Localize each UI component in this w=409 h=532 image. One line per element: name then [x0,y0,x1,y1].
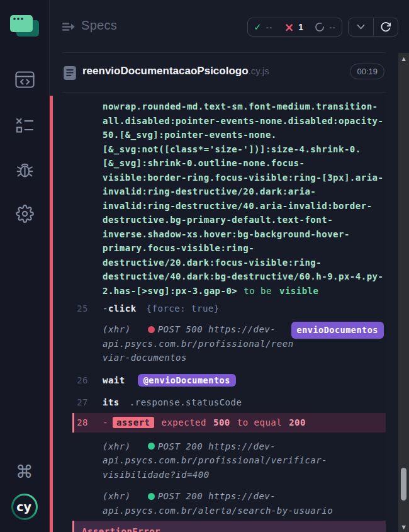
xhr-label: (xhr) [103,489,131,504]
spec-file-icon [63,65,77,81]
assertion-tail: 2.has-[>svg]:px-3.gap-0>to bevisible [53,284,386,298]
scrollbar-thumb[interactable] [401,468,406,501]
scrollbar-up-arrow-icon[interactable]: ▲ [398,54,409,63]
spec-file-row[interactable]: reenvioDocumentacaoPsicologo.cy.js 00:19 [50,60,409,88]
passed-count: -- [266,23,273,32]
failed-count: 1 [298,22,303,32]
header-divider [62,52,386,53]
xhr-url: https://dev- [208,322,276,337]
assertion-error-label: AssertionError [82,526,160,532]
collapse-all-button[interactable] [349,18,373,36]
xhr-method-status: POST 200 [158,439,203,454]
page-title: Specs [81,18,117,33]
passed-check-icon: ✓ [254,21,262,33]
status-dot-green-icon [148,443,155,450]
keyboard-shortcuts-icon[interactable]: ⌘ [0,460,49,483]
specs-menu-icon[interactable] [62,21,76,32]
test-stats: ✓ -- × 1 -- [247,18,342,37]
status-dot-green-icon [148,493,155,500]
xhr-request-ok-2[interactable]: (xhr) POST 200 https://dev- api.psycs.co… [53,489,386,518]
rerun-tests-button[interactable] [373,18,398,36]
route-alias-badge[interactable]: envioDocumentos [291,322,384,339]
svg-text:cy: cy [16,500,31,514]
sidebar-specs-icon[interactable] [0,69,49,91]
assertion-selector-block[interactable]: nowrap.rounded-md.text-sm.font-medium.tr… [53,99,386,298]
command-number: 27 [53,397,103,407]
sidebar-settings-gear-icon[interactable] [0,203,49,224]
assertion-error-row[interactable]: AssertionError [72,521,386,532]
command-number: 25 [53,303,103,314]
wait-alias-badge[interactable]: @envioDocumentos [138,374,236,387]
cypress-app-window: ⌘ cy [0,0,409,532]
command-click[interactable]: 25 -click {force: true} [53,301,386,316]
spec-duration-badge: 00:19 [350,64,384,79]
assert-badge: assert [113,417,154,428]
sidebar-runs-icon[interactable] [0,115,49,136]
xhr-label: (xhr) [103,322,131,337]
test-command-log: nowrap.rounded-md.text-sm.font-medium.tr… [50,96,386,532]
command-number: 26 [53,375,103,385]
cypress-app-logo-icon [0,11,49,42]
sidebar-debug-icon[interactable] [0,158,49,181]
cypress-logo-icon[interactable]: cy [0,492,49,521]
scrollbar[interactable]: ▲ ▼ [398,53,409,532]
status-dot-red-icon [148,326,155,333]
topbar: Specs ✓ -- × 1 -- [50,0,409,44]
xhr-url: https://dev- [208,439,276,454]
run-controls [348,18,398,37]
command-assert-failed[interactable]: 28 - assert expected 500 to equal 200 [72,413,386,433]
main-panel: Specs ✓ -- × 1 -- [50,0,409,532]
spec-name-text: reenvioDocumentacaoPsicologo [82,65,249,77]
xhr-request-ok-1[interactable]: (xhr) POST 200 https://dev- api.psycs.co… [53,439,386,482]
scrollbar-down-arrow-icon[interactable]: ▼ [398,523,409,531]
failed-x-icon: × [284,23,294,31]
command-its[interactable]: 27 its .response.statusCode [53,395,386,410]
pending-icon [315,22,325,32]
xhr-url: https://dev- [208,489,276,504]
pending-count: -- [329,23,336,32]
sidebar: ⌘ cy [0,0,50,532]
spec-name: reenvioDocumentacaoPsicologo.cy.js [82,65,269,77]
command-wait[interactable]: 26 wait @envioDocumentos [53,372,386,388]
command-number: 28 [74,417,103,427]
xhr-method-status: POST 200 [158,489,203,504]
xhr-method-status: POST 500 [158,322,203,337]
xhr-label: (xhr) [103,439,131,454]
spec-extension: .cy.js [249,65,269,76]
spec-divider [62,92,386,93]
xhr-request-failed[interactable]: (xhr) POST 500 https://dev- envioDocumen… [53,322,386,365]
